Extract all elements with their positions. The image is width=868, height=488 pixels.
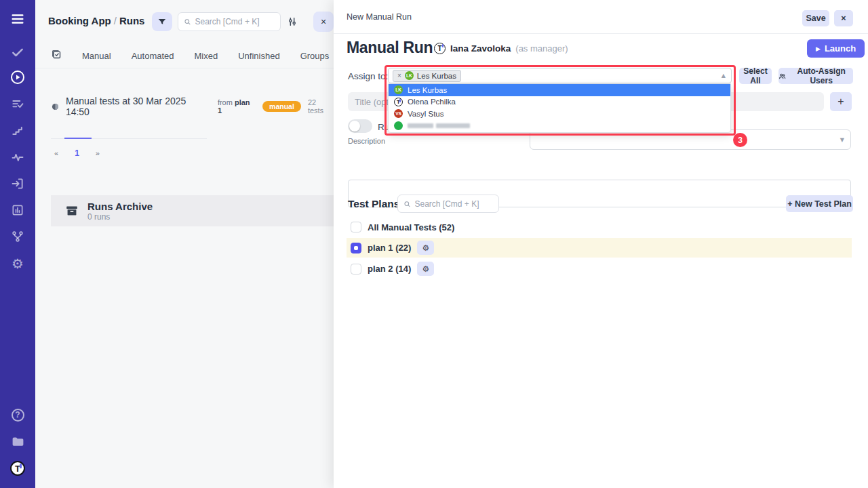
manager-avatar: T [434, 43, 446, 54]
redacted-name [408, 123, 433, 128]
plan-2-settings-button[interactable]: ⚙ [417, 262, 434, 276]
steps-icon[interactable] [0, 121, 35, 141]
run-list-item[interactable]: Manual tests at 30 Mar 2025 14:50 from p… [52, 96, 334, 117]
description-label: Description [348, 137, 385, 145]
breadcrumb-project[interactable]: Booking App [48, 15, 111, 26]
test-plans-search-input[interactable] [415, 199, 494, 209]
dropdown-option-vasyl-stus[interactable]: VS Vasyl Stus [389, 108, 730, 120]
manager-info: T Iana Zavoloka (as manager) [434, 43, 568, 54]
pagination-page-1[interactable]: 1 [75, 148, 79, 158]
users-icon [778, 72, 786, 81]
tab-groups[interactable]: Groups [300, 51, 330, 61]
run-item-tests-count: 22 tests [308, 98, 334, 115]
branch-icon[interactable] [0, 226, 35, 247]
run-item-source: from plan 1 [218, 98, 256, 115]
tab-mixed[interactable]: Mixed [195, 51, 218, 61]
avatar-lk: LK [405, 71, 414, 80]
chip-remove-icon[interactable]: × [397, 72, 401, 79]
adjustments-icon[interactable] [286, 16, 298, 30]
search-input[interactable] [195, 17, 275, 26]
auto-assign-button[interactable]: Auto-Assign Users [778, 68, 853, 84]
drawer-title: New Manual Run [347, 12, 412, 22]
runs-search[interactable] [178, 12, 281, 31]
run-item-title[interactable]: Manual tests at 30 Mar 2025 14:50 [66, 96, 211, 117]
checkbox-plan-1[interactable] [351, 243, 361, 253]
plan-1-settings-button[interactable]: ⚙ [417, 241, 434, 255]
new-run-drawer: New Manual Run Save × Manual Run T Iana … [334, 0, 868, 488]
close-icon: × [321, 16, 326, 27]
test-plans-search[interactable] [397, 195, 499, 213]
runs-tabs: Manual Automated Mixed Unfinished Groups… [52, 48, 334, 64]
plan-row-1[interactable]: plan 1 (22) ⚙ [347, 238, 852, 258]
projects-folder-icon[interactable] [0, 431, 35, 451]
tasks-check-icon[interactable] [0, 42, 35, 62]
close-icon: × [841, 14, 846, 23]
assign-to-label: Assign to: [348, 71, 388, 81]
archive-title: Runs Archive [87, 201, 153, 212]
save-button[interactable]: Save [802, 10, 829, 26]
play-icon: ▶ [816, 45, 821, 52]
runs-play-icon[interactable] [0, 67, 35, 87]
runs-panel: Booking App/Runs × Manual Automated Mixe… [35, 0, 334, 488]
manager-role: (as manager) [515, 43, 568, 54]
test-list-icon[interactable] [0, 94, 35, 115]
app-logo[interactable]: T [0, 458, 35, 479]
select-all-button[interactable]: Select All [739, 68, 772, 84]
checkbox-all-manual-tests[interactable] [351, 222, 361, 232]
run-toggle[interactable] [348, 119, 372, 133]
pagination-prev[interactable]: « [54, 149, 58, 157]
pagination: « 1 » [54, 148, 100, 158]
search-icon [403, 200, 411, 208]
assignee-chip: × LK Les Kurbas [393, 70, 461, 82]
panel-close-button[interactable]: × [313, 12, 334, 32]
plan-label: plan 1 (22) [368, 243, 411, 253]
search-icon [184, 18, 191, 26]
redacted-name [436, 123, 470, 128]
new-test-plan-button[interactable]: + New Test Plan [786, 195, 853, 212]
page-title: Manual Run [347, 39, 433, 57]
tab-manual[interactable]: Manual [82, 51, 111, 61]
dropdown-option-les-kurbas[interactable]: LK Les Kurbas [389, 84, 730, 96]
breadcrumb: Booking App/Runs [48, 15, 144, 26]
breadcrumb-page: Runs [119, 15, 145, 26]
multi-select-icon[interactable] [52, 49, 62, 62]
tab-automated[interactable]: Automated [132, 51, 174, 61]
run-status-icon [52, 103, 59, 110]
tab-unfinished[interactable]: Unfinished [238, 51, 279, 61]
assignee-multiselect[interactable]: × LK Les Kurbas ▲ [388, 68, 732, 83]
launch-button[interactable]: ▶ Launch [807, 39, 865, 58]
import-icon[interactable] [0, 174, 35, 194]
chevron-down-icon: ▼ [840, 137, 844, 143]
plan-label: All Manual Tests (52) [368, 222, 454, 232]
run-type-badge: manual [262, 101, 301, 112]
plan-row-2[interactable]: plan 2 (14) ⚙ [351, 262, 434, 276]
dropdown-option-redacted[interactable] [389, 120, 730, 132]
checkbox-plan-2[interactable] [351, 264, 361, 274]
drawer-close-button[interactable]: × [834, 10, 853, 26]
add-title-button[interactable]: + [830, 92, 852, 111]
assignee-dropdown: LK Les Kurbas T Olena Pchilka VS Vasyl S… [388, 83, 731, 133]
archive-icon [64, 203, 79, 218]
funnel-icon [157, 17, 167, 26]
tabs-divider [35, 68, 334, 68]
pulse-icon[interactable] [0, 147, 35, 167]
annotation-badge: 3 [733, 133, 747, 147]
help-icon[interactable]: ? [0, 405, 35, 425]
test-plans-heading: Test Plans [348, 198, 399, 210]
plan-row-all[interactable]: All Manual Tests (52) [351, 222, 454, 232]
settings-gear-icon[interactable]: ⚙ [0, 253, 35, 274]
sidebar: ⚙ ? T [0, 0, 35, 488]
analytics-icon[interactable] [0, 200, 35, 220]
filter-button[interactable] [152, 12, 172, 31]
archive-count: 0 runs [87, 212, 153, 222]
collapse-arrow-icon[interactable]: ▲ [722, 73, 726, 79]
menu-icon[interactable] [0, 9, 35, 29]
app-root: ⚙ ? T Booking App/Runs × [0, 0, 868, 488]
avatar-green [394, 121, 403, 130]
pagination-active-indicator [64, 138, 92, 139]
pagination-next[interactable]: » [96, 149, 100, 157]
dropdown-option-olena-pchilka[interactable]: T Olena Pchilka [389, 96, 730, 108]
runs-archive-bar[interactable]: Runs Archive 0 runs [51, 195, 334, 226]
avatar-lk: LK [394, 85, 403, 94]
avatar-vs: VS [394, 109, 403, 118]
